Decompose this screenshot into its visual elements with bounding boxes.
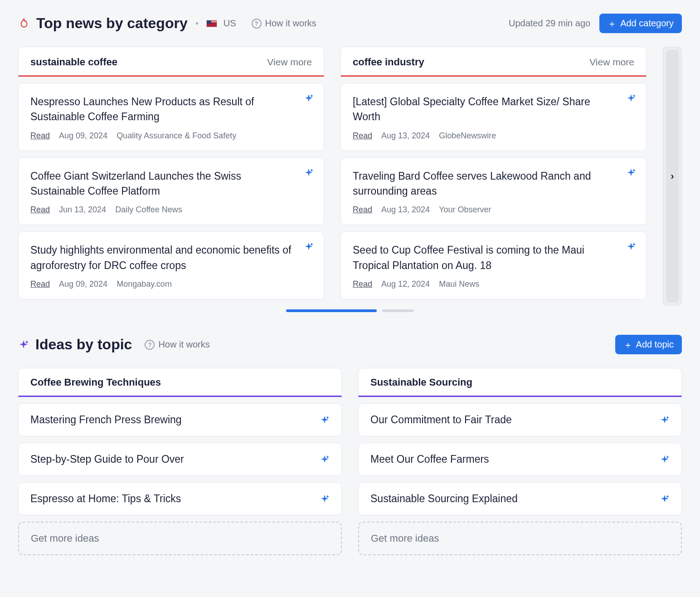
get-more-ideas-button[interactable]: Get more ideas xyxy=(358,522,682,555)
updated-timestamp: Updated 29 min ago xyxy=(509,18,590,29)
article-date: Jun 13, 2024 xyxy=(59,205,106,215)
idea-card[interactable]: Step-by-Step Guide to Pour Over xyxy=(18,443,342,476)
idea-card[interactable]: Meet Our Coffee Farmers xyxy=(358,443,682,476)
carousel-next-button[interactable]: › xyxy=(663,47,682,306)
idea-title: Meet Our Coffee Farmers xyxy=(370,453,489,465)
get-more-ideas-button[interactable]: Get more ideas xyxy=(18,522,342,555)
news-card[interactable]: Traveling Bard Coffee serves Lakewood Ra… xyxy=(340,157,647,225)
idea-title: Our Commitment to Fair Trade xyxy=(370,414,512,426)
article-meta: Read Jun 13, 2024 Daily Coffee News xyxy=(30,205,312,215)
article-date: Aug 09, 2024 xyxy=(59,279,107,289)
article-title: Study highlights environmental and econo… xyxy=(30,243,312,273)
article-date: Aug 09, 2024 xyxy=(59,131,107,141)
idea-title: Mastering French Press Brewing xyxy=(30,414,182,426)
article-meta: Read Aug 13, 2024 Your Observer xyxy=(353,205,634,215)
ideas-header: Ideas by topic ? How it works ＋ Add topi… xyxy=(18,335,682,354)
plus-icon: ＋ xyxy=(623,340,632,349)
sparkle-icon[interactable] xyxy=(660,494,670,504)
topic-header: Coffee Brewing Techniques xyxy=(18,368,342,397)
add-category-label: Add category xyxy=(620,18,674,29)
news-card[interactable]: [Latest] Global Specialty Coffee Market … xyxy=(340,83,647,151)
help-icon: ? xyxy=(252,19,262,29)
add-topic-button[interactable]: ＋ Add topic xyxy=(615,335,682,354)
article-source: Daily Coffee News xyxy=(115,205,182,215)
separator-dot xyxy=(196,22,198,24)
news-carousel: sustainable coffee View more Nespresso L… xyxy=(18,47,682,306)
article-title: Traveling Bard Coffee serves Lakewood Ra… xyxy=(353,169,634,199)
read-link[interactable]: Read xyxy=(30,205,50,215)
article-source: Mongabay.com xyxy=(117,279,172,289)
article-date: Aug 12, 2024 xyxy=(381,279,430,289)
sparkle-icon[interactable] xyxy=(320,415,330,425)
sparkle-icon[interactable] xyxy=(626,242,636,252)
article-source: GlobeNewswire xyxy=(439,131,496,141)
chevron-right-icon: › xyxy=(671,171,674,182)
help-icon: ? xyxy=(145,340,155,350)
category-name: sustainable coffee xyxy=(30,56,117,68)
topic-header: Sustainable Sourcing xyxy=(358,368,682,397)
sparkle-icon[interactable] xyxy=(304,242,314,252)
category-header: coffee industry View more xyxy=(340,47,647,77)
topic-column: Coffee Brewing Techniques Mastering Fren… xyxy=(18,368,342,555)
news-card[interactable]: Nespresso Launches New Products as Resul… xyxy=(18,83,324,151)
sparkle-icon[interactable] xyxy=(320,455,330,465)
carousel-pager xyxy=(18,309,682,312)
read-link[interactable]: Read xyxy=(353,279,372,289)
ideas-title: Ideas by topic xyxy=(35,336,132,353)
plus-icon: ＋ xyxy=(608,19,617,28)
article-meta: Read Aug 09, 2024 Mongabay.com xyxy=(30,279,312,289)
news-column: sustainable coffee View more Nespresso L… xyxy=(18,47,324,306)
fire-icon xyxy=(18,18,30,29)
news-card[interactable]: Study highlights environmental and econo… xyxy=(18,231,324,299)
news-card[interactable]: Seed to Cup Coffee Festival is coming to… xyxy=(340,231,647,299)
topic-column: Sustainable Sourcing Our Commitment to F… xyxy=(358,368,682,555)
add-category-button[interactable]: ＋ Add category xyxy=(599,14,682,33)
sparkle-icon[interactable] xyxy=(320,494,330,504)
news-header: Top news by category US ? How it works U… xyxy=(18,14,682,33)
read-link[interactable]: Read xyxy=(353,205,372,215)
region-label: US xyxy=(224,18,236,29)
idea-card[interactable]: Our Commitment to Fair Trade xyxy=(358,403,682,436)
category-name: coffee industry xyxy=(353,56,424,68)
idea-title: Sustainable Sourcing Explained xyxy=(370,493,518,505)
article-title: Nespresso Launches New Products as Resul… xyxy=(30,94,312,125)
sparkle-icon[interactable] xyxy=(304,168,314,178)
ideas-row: Coffee Brewing Techniques Mastering Fren… xyxy=(18,368,682,555)
idea-card[interactable]: Espresso at Home: Tips & Tricks xyxy=(18,482,342,515)
pager-dot[interactable] xyxy=(382,309,414,312)
article-title: [Latest] Global Specialty Coffee Market … xyxy=(353,94,634,125)
sparkle-icon[interactable] xyxy=(626,168,636,178)
how-it-works-label: How it works xyxy=(265,18,316,29)
idea-title: Espresso at Home: Tips & Tricks xyxy=(30,493,181,505)
us-flag-icon xyxy=(206,20,217,27)
article-meta: Read Aug 09, 2024 Quality Assurance & Fo… xyxy=(30,131,312,141)
read-link[interactable]: Read xyxy=(30,131,50,141)
sparkle-icon[interactable] xyxy=(304,93,314,103)
topic-name: Sustainable Sourcing xyxy=(370,377,472,388)
pager-dot-active[interactable] xyxy=(286,309,377,312)
article-date: Aug 13, 2024 xyxy=(381,205,430,215)
article-meta: Read Aug 12, 2024 Maui News xyxy=(353,279,634,289)
sparkle-icon[interactable] xyxy=(626,93,636,103)
news-title: Top news by category xyxy=(36,15,188,32)
article-title: Seed to Cup Coffee Festival is coming to… xyxy=(353,243,634,273)
how-it-works-ideas[interactable]: ? How it works xyxy=(145,339,209,350)
idea-card[interactable]: Sustainable Sourcing Explained xyxy=(358,482,682,515)
view-more-link[interactable]: View more xyxy=(589,57,634,68)
article-title: Coffee Giant Switzerland Launches the Sw… xyxy=(30,169,312,199)
view-more-link[interactable]: View more xyxy=(267,57,312,68)
article-source: Quality Assurance & Food Safety xyxy=(117,131,236,141)
how-it-works-news[interactable]: ? How it works xyxy=(252,18,316,29)
article-date: Aug 13, 2024 xyxy=(381,131,430,141)
article-source: Your Observer xyxy=(439,205,491,215)
sparkle-icon[interactable] xyxy=(660,415,670,425)
idea-card[interactable]: Mastering French Press Brewing xyxy=(18,403,342,436)
article-source: Maui News xyxy=(439,279,479,289)
article-meta: Read Aug 13, 2024 GlobeNewswire xyxy=(353,131,634,141)
read-link[interactable]: Read xyxy=(30,279,50,289)
news-column: coffee industry View more [Latest] Globa… xyxy=(340,47,647,306)
read-link[interactable]: Read xyxy=(353,131,372,141)
sparkle-icon[interactable] xyxy=(660,455,670,465)
how-it-works-label: How it works xyxy=(158,339,209,350)
news-card[interactable]: Coffee Giant Switzerland Launches the Sw… xyxy=(18,157,324,225)
